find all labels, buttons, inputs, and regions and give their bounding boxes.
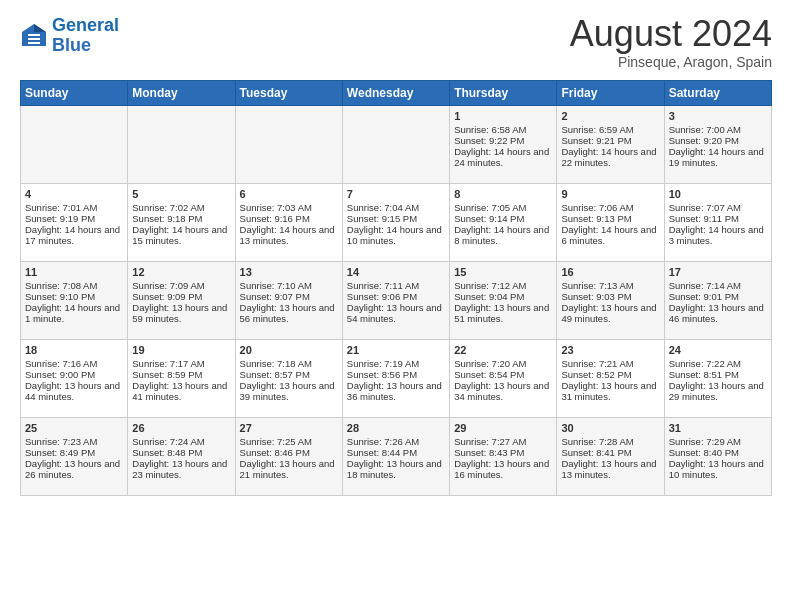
calendar-cell: 11Sunrise: 7:08 AMSunset: 9:10 PMDayligh…: [21, 262, 128, 340]
sunrise-text: Sunrise: 7:05 AM: [454, 202, 552, 213]
day-number: 24: [669, 344, 767, 356]
daylight-text: Daylight: 13 hours and 39 minutes.: [240, 380, 338, 402]
daylight-text: Daylight: 13 hours and 36 minutes.: [347, 380, 445, 402]
day-number: 2: [561, 110, 659, 122]
header-tuesday: Tuesday: [235, 81, 342, 106]
header-sunday: Sunday: [21, 81, 128, 106]
calendar-cell: [342, 106, 449, 184]
sunrise-text: Sunrise: 7:24 AM: [132, 436, 230, 447]
daylight-text: Daylight: 13 hours and 13 minutes.: [561, 458, 659, 480]
sunrise-text: Sunrise: 7:13 AM: [561, 280, 659, 291]
svg-marker-1: [34, 24, 46, 32]
sunset-text: Sunset: 8:44 PM: [347, 447, 445, 458]
daylight-text: Daylight: 14 hours and 10 minutes.: [347, 224, 445, 246]
month-title: August 2024: [570, 16, 772, 52]
sunrise-text: Sunrise: 7:01 AM: [25, 202, 123, 213]
daylight-text: Daylight: 13 hours and 59 minutes.: [132, 302, 230, 324]
sunrise-text: Sunrise: 7:08 AM: [25, 280, 123, 291]
daylight-text: Daylight: 13 hours and 41 minutes.: [132, 380, 230, 402]
sunrise-text: Sunrise: 7:23 AM: [25, 436, 123, 447]
sunset-text: Sunset: 9:03 PM: [561, 291, 659, 302]
daylight-text: Daylight: 14 hours and 6 minutes.: [561, 224, 659, 246]
calendar-row-1: 1Sunrise: 6:58 AMSunset: 9:22 PMDaylight…: [21, 106, 772, 184]
day-number: 4: [25, 188, 123, 200]
sunset-text: Sunset: 9:13 PM: [561, 213, 659, 224]
calendar-cell: 9Sunrise: 7:06 AMSunset: 9:13 PMDaylight…: [557, 184, 664, 262]
sunset-text: Sunset: 9:01 PM: [669, 291, 767, 302]
daylight-text: Daylight: 14 hours and 8 minutes.: [454, 224, 552, 246]
calendar-cell: 30Sunrise: 7:28 AMSunset: 8:41 PMDayligh…: [557, 418, 664, 496]
daylight-text: Daylight: 13 hours and 51 minutes.: [454, 302, 552, 324]
calendar-cell: 26Sunrise: 7:24 AMSunset: 8:48 PMDayligh…: [128, 418, 235, 496]
sunrise-text: Sunrise: 7:29 AM: [669, 436, 767, 447]
day-number: 21: [347, 344, 445, 356]
sunset-text: Sunset: 8:46 PM: [240, 447, 338, 458]
day-number: 11: [25, 266, 123, 278]
day-number: 14: [347, 266, 445, 278]
sunrise-text: Sunrise: 7:16 AM: [25, 358, 123, 369]
day-number: 19: [132, 344, 230, 356]
calendar-row-2: 4Sunrise: 7:01 AMSunset: 9:19 PMDaylight…: [21, 184, 772, 262]
daylight-text: Daylight: 13 hours and 46 minutes.: [669, 302, 767, 324]
sunrise-text: Sunrise: 7:26 AM: [347, 436, 445, 447]
daylight-text: Daylight: 13 hours and 31 minutes.: [561, 380, 659, 402]
calendar-cell: 29Sunrise: 7:27 AMSunset: 8:43 PMDayligh…: [450, 418, 557, 496]
calendar-row-4: 18Sunrise: 7:16 AMSunset: 9:00 PMDayligh…: [21, 340, 772, 418]
daylight-text: Daylight: 13 hours and 10 minutes.: [669, 458, 767, 480]
daylight-text: Daylight: 14 hours and 1 minute.: [25, 302, 123, 324]
sunrise-text: Sunrise: 6:59 AM: [561, 124, 659, 135]
sunset-text: Sunset: 9:14 PM: [454, 213, 552, 224]
header-row: Sunday Monday Tuesday Wednesday Thursday…: [21, 81, 772, 106]
daylight-text: Daylight: 13 hours and 34 minutes.: [454, 380, 552, 402]
day-number: 28: [347, 422, 445, 434]
header-thursday: Thursday: [450, 81, 557, 106]
sunset-text: Sunset: 9:21 PM: [561, 135, 659, 146]
sunrise-text: Sunrise: 7:12 AM: [454, 280, 552, 291]
calendar-cell: 7Sunrise: 7:04 AMSunset: 9:15 PMDaylight…: [342, 184, 449, 262]
header-wednesday: Wednesday: [342, 81, 449, 106]
calendar-cell: 14Sunrise: 7:11 AMSunset: 9:06 PMDayligh…: [342, 262, 449, 340]
header: General Blue August 2024 Pinseque, Arago…: [20, 16, 772, 70]
sunrise-text: Sunrise: 7:06 AM: [561, 202, 659, 213]
day-number: 23: [561, 344, 659, 356]
calendar-cell: 10Sunrise: 7:07 AMSunset: 9:11 PMDayligh…: [664, 184, 771, 262]
sunrise-text: Sunrise: 7:22 AM: [669, 358, 767, 369]
sunrise-text: Sunrise: 7:11 AM: [347, 280, 445, 291]
sunset-text: Sunset: 9:20 PM: [669, 135, 767, 146]
title-area: August 2024 Pinseque, Aragon, Spain: [570, 16, 772, 70]
sunset-text: Sunset: 8:41 PM: [561, 447, 659, 458]
logo-text: General Blue: [52, 16, 119, 56]
sunset-text: Sunset: 9:09 PM: [132, 291, 230, 302]
daylight-text: Daylight: 13 hours and 49 minutes.: [561, 302, 659, 324]
day-number: 15: [454, 266, 552, 278]
calendar-cell: 16Sunrise: 7:13 AMSunset: 9:03 PMDayligh…: [557, 262, 664, 340]
sunrise-text: Sunrise: 7:20 AM: [454, 358, 552, 369]
daylight-text: Daylight: 13 hours and 21 minutes.: [240, 458, 338, 480]
day-number: 20: [240, 344, 338, 356]
sunrise-text: Sunrise: 7:25 AM: [240, 436, 338, 447]
day-number: 5: [132, 188, 230, 200]
svg-rect-4: [28, 42, 40, 44]
svg-rect-2: [28, 34, 40, 36]
day-number: 30: [561, 422, 659, 434]
day-number: 29: [454, 422, 552, 434]
header-saturday: Saturday: [664, 81, 771, 106]
calendar-cell: [235, 106, 342, 184]
day-number: 22: [454, 344, 552, 356]
sunrise-text: Sunrise: 7:04 AM: [347, 202, 445, 213]
page: General Blue August 2024 Pinseque, Arago…: [0, 0, 792, 506]
sunset-text: Sunset: 8:57 PM: [240, 369, 338, 380]
sunrise-text: Sunrise: 7:02 AM: [132, 202, 230, 213]
sunrise-text: Sunrise: 7:03 AM: [240, 202, 338, 213]
sunrise-text: Sunrise: 7:27 AM: [454, 436, 552, 447]
calendar-cell: 19Sunrise: 7:17 AMSunset: 8:59 PMDayligh…: [128, 340, 235, 418]
calendar-row-3: 11Sunrise: 7:08 AMSunset: 9:10 PMDayligh…: [21, 262, 772, 340]
sunrise-text: Sunrise: 7:00 AM: [669, 124, 767, 135]
day-number: 3: [669, 110, 767, 122]
calendar-cell: 24Sunrise: 7:22 AMSunset: 8:51 PMDayligh…: [664, 340, 771, 418]
sunrise-text: Sunrise: 7:18 AM: [240, 358, 338, 369]
calendar-cell: 17Sunrise: 7:14 AMSunset: 9:01 PMDayligh…: [664, 262, 771, 340]
daylight-text: Daylight: 14 hours and 22 minutes.: [561, 146, 659, 168]
sunset-text: Sunset: 8:52 PM: [561, 369, 659, 380]
sunset-text: Sunset: 9:00 PM: [25, 369, 123, 380]
